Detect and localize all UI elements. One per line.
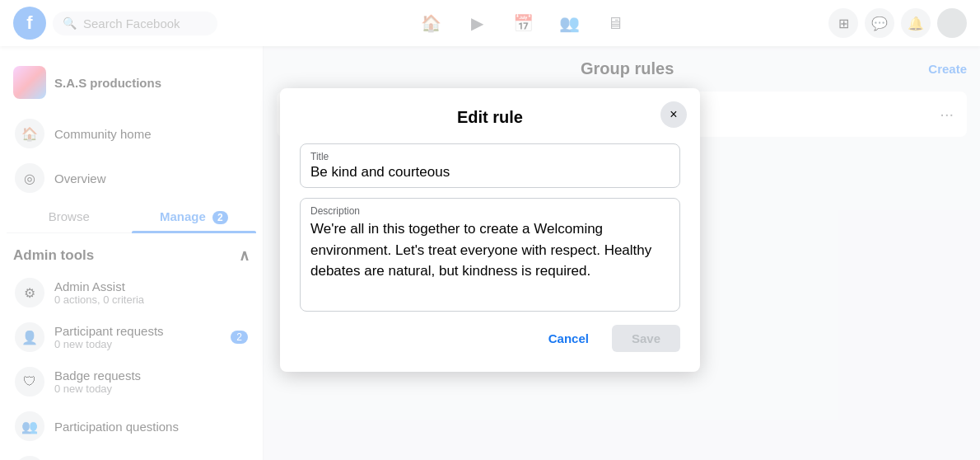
description-textarea[interactable] — [310, 218, 670, 301]
modal-overlay: Edit rule × Title Description Cancel Sav… — [0, 0, 980, 460]
title-field-group: Title — [300, 143, 680, 188]
modal-footer: Cancel Save — [300, 325, 680, 352]
cancel-button[interactable]: Cancel — [535, 325, 602, 352]
title-input[interactable] — [310, 164, 670, 181]
edit-rule-modal: Edit rule × Title Description Cancel Sav… — [280, 88, 700, 372]
modal-title: Edit rule — [300, 108, 680, 127]
save-button[interactable]: Save — [612, 325, 680, 352]
title-label: Title — [310, 151, 670, 162]
modal-close-button[interactable]: × — [660, 101, 687, 128]
description-field-group: Description — [300, 198, 680, 312]
description-label: Description — [310, 205, 670, 217]
